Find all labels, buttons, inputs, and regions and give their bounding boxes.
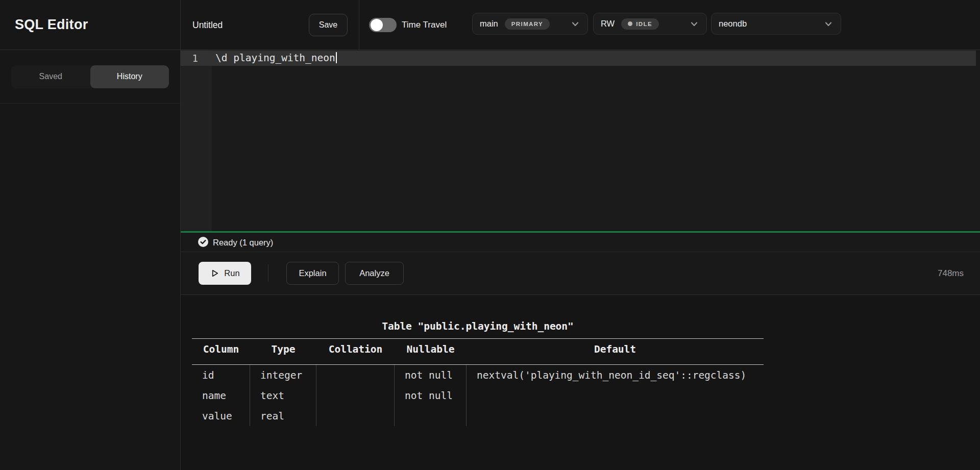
idle-dot-icon xyxy=(628,21,632,26)
time-travel-toggle[interactable] xyxy=(369,18,397,32)
results-row: idintegernot nullnextval('playing_with_n… xyxy=(192,365,764,385)
toggle-knob-icon xyxy=(371,19,383,31)
save-button[interactable]: Save xyxy=(309,14,348,36)
database-name: neondb xyxy=(719,19,747,29)
results-header-cell: Type xyxy=(250,339,316,359)
results-cell xyxy=(395,406,467,426)
check-circle-icon xyxy=(198,237,208,247)
line-number: 1 xyxy=(181,51,198,66)
editor-code-line[interactable]: \d playing_with_neon xyxy=(215,51,337,66)
editor-gutter xyxy=(181,50,212,231)
status-message: Ready (1 query) xyxy=(213,237,273,247)
main-area: Untitled Save Time Travel main PRIMARY R… xyxy=(181,0,980,470)
results-cell xyxy=(467,406,764,426)
branch-select[interactable]: main PRIMARY xyxy=(472,13,588,35)
run-button[interactable]: Run xyxy=(199,262,251,285)
results-cell xyxy=(467,385,764,406)
results-footer: Indexes: "playing_with_neon_pkey" PRIMAR… xyxy=(192,432,764,470)
results-header-cell: Column xyxy=(192,339,250,359)
chevron-down-icon xyxy=(570,19,580,29)
text-cursor xyxy=(336,52,337,63)
results-body: idintegernot nullnextval('playing_with_n… xyxy=(192,365,764,426)
tab-saved[interactable]: Saved xyxy=(11,65,90,88)
sidebar-header: SQL Editor xyxy=(0,0,180,50)
status-bar: Ready (1 query) xyxy=(181,233,980,252)
time-travel-label: Time Travel xyxy=(402,20,447,30)
database-select[interactable]: neondb xyxy=(711,13,841,35)
compute-name: RW xyxy=(601,19,615,29)
results-header-cell: Nullable xyxy=(395,339,467,359)
results-cell: real xyxy=(250,406,316,426)
explain-button[interactable]: Explain xyxy=(286,262,339,285)
code-text: \d playing_with_neon xyxy=(215,52,335,64)
results-header-cell: Collation xyxy=(316,339,395,359)
psql-output: Table "public.playing_with_neon" ColumnT… xyxy=(192,295,764,470)
results-cell: value xyxy=(192,406,250,426)
branch-primary-badge: PRIMARY xyxy=(505,18,550,30)
results-cell: text xyxy=(250,385,316,406)
results-header-row: ColumnTypeCollationNullableDefault xyxy=(192,339,764,359)
results-cell xyxy=(316,385,395,406)
results-row: valuereal xyxy=(192,406,764,426)
results-table-title: Table "public.playing_with_neon" xyxy=(192,320,764,333)
chevron-down-icon xyxy=(823,19,834,29)
sql-editor[interactable]: 1 \d playing_with_neon xyxy=(181,50,980,231)
tab-history[interactable]: History xyxy=(90,65,169,88)
results-header-cell: Default xyxy=(467,339,764,359)
page-title: SQL Editor xyxy=(15,17,88,33)
run-button-label: Run xyxy=(224,268,239,278)
topbar-divider xyxy=(359,0,359,50)
compute-select[interactable]: RW IDLE xyxy=(593,13,707,35)
query-title[interactable]: Untitled xyxy=(192,19,223,30)
results-panel: Table "public.playing_with_neon" ColumnT… xyxy=(181,295,980,470)
results-cell: not null xyxy=(395,365,467,385)
compute-status-label: IDLE xyxy=(636,21,652,27)
play-icon xyxy=(210,268,219,278)
results-cell: integer xyxy=(250,365,316,385)
actions-divider xyxy=(268,265,268,282)
compute-status-badge: IDLE xyxy=(621,18,659,30)
query-duration: 748ms xyxy=(938,268,964,279)
results-cell: not null xyxy=(395,385,467,406)
sidebar: SQL Editor Saved History xyxy=(0,0,181,470)
branch-name: main xyxy=(480,19,498,29)
analyze-button[interactable]: Analyze xyxy=(345,262,404,285)
actions-bar: Run Explain Analyze 748ms xyxy=(181,252,980,295)
results-cell: nextval('playing_with_neon_id_seq'::regc… xyxy=(467,365,764,385)
results-row: nametextnot null xyxy=(192,385,764,406)
results-cell xyxy=(316,365,395,385)
topbar: Untitled Save Time Travel main PRIMARY R… xyxy=(181,0,980,50)
sidebar-tabs-section: Saved History xyxy=(0,50,180,104)
results-cell: name xyxy=(192,385,250,406)
chevron-down-icon xyxy=(689,19,699,29)
results-cell: id xyxy=(192,365,250,385)
indexes-label: Indexes: xyxy=(192,467,764,470)
saved-history-tab-group: Saved History xyxy=(11,65,169,88)
results-cell xyxy=(316,406,395,426)
